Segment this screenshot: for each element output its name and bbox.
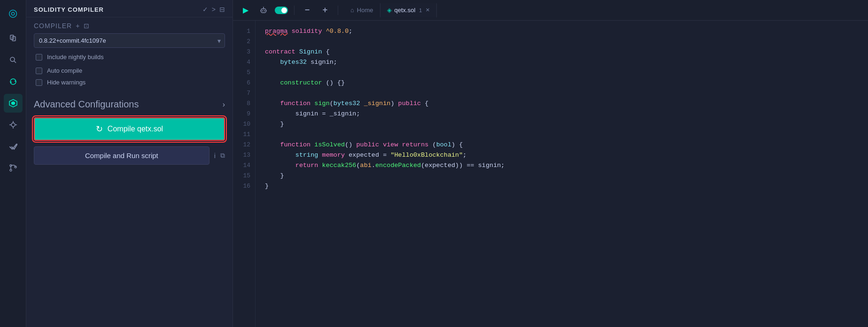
code-line-15: }	[265, 171, 859, 181]
code-line-14: return keccak256(abi.encodePacked(expect…	[265, 160, 859, 171]
svg-rect-15	[261, 9, 266, 13]
toolbar-separator-2	[338, 6, 338, 15]
layout-icon[interactable]: ⊟	[219, 6, 225, 13]
compile-run-row: Compile and Run script i ⧉	[26, 146, 232, 165]
code-editor[interactable]: pragma solidity ^0.8.0; contract Signin …	[256, 21, 868, 327]
add-compiler-icon[interactable]: +	[76, 22, 80, 30]
check-icon[interactable]: ✓	[202, 6, 208, 13]
load-compiler-icon[interactable]: ⊡	[84, 22, 90, 30]
code-line-9: signin = _signin;	[265, 109, 859, 119]
hide-warnings-checkbox[interactable]	[36, 79, 42, 86]
git-branch-icon[interactable]	[4, 159, 23, 177]
code-line-10: }	[265, 119, 859, 129]
search-icon[interactable]	[4, 51, 23, 69]
activity-bar: ◎	[0, 0, 26, 327]
compile-btn-wrapper: ↻ Compile qetx.sol	[26, 117, 232, 146]
code-line-1: pragma solidity ^0.8.0;	[265, 26, 859, 37]
sidebar-header-icons: ✓ > ⊟	[202, 6, 225, 13]
toolbar: ▶ − + ⌂ Home	[233, 0, 868, 21]
version-chevron-icon: ▾	[214, 37, 225, 45]
arrow-right-icon[interactable]: >	[212, 6, 216, 13]
hide-warnings-label: Hide warnings	[47, 79, 85, 86]
compile-button[interactable]: ↻ Compile qetx.sol	[34, 117, 225, 141]
code-line-16: }	[265, 181, 859, 191]
compile-run-label: Compile and Run script	[85, 152, 158, 160]
debug-icon[interactable]	[4, 115, 23, 134]
toggle-button[interactable]	[274, 3, 288, 17]
compile-refresh-icon: ↻	[96, 124, 103, 134]
svg-point-23	[281, 8, 287, 13]
svg-point-12	[10, 169, 12, 171]
code-line-3: contract Signin {	[265, 47, 859, 57]
file-tab[interactable]: ◈ qetx.sol 1 ✕	[380, 3, 437, 17]
solidity-icon[interactable]	[4, 94, 23, 113]
code-line-8: function sign(bytes32 _signin) public {	[265, 99, 859, 109]
sync-icon[interactable]	[4, 72, 23, 91]
file-tab-close-icon[interactable]: ✕	[426, 7, 430, 13]
editor-area: 1 2 3 4 5 6 7 8 9 10 11 12 13 14 15 16 p…	[233, 21, 868, 327]
sidebar: SOLIDITY COMPILER ✓ > ⊟ COMPILER + ⊡ 0.8…	[26, 0, 233, 327]
logo-icon[interactable]: ◎	[4, 4, 23, 23]
copy-icon[interactable]: ⧉	[220, 152, 225, 160]
code-line-4: bytes32 signin;	[265, 57, 859, 68]
file-tab-modified: 1	[419, 8, 422, 13]
code-line-12: function isSolved() public view returns …	[265, 140, 859, 150]
robot-button[interactable]	[256, 3, 271, 17]
code-line-11	[265, 129, 859, 140]
files-icon[interactable]	[4, 29, 23, 48]
main-area: ▶ − + ⌂ Home	[233, 0, 868, 327]
advanced-config-section[interactable]: Advanced Configurations ›	[26, 91, 232, 117]
svg-point-2	[10, 57, 15, 61]
home-tab[interactable]: ⌂ Home	[344, 3, 380, 17]
nightly-builds-label: Include nightly builds	[47, 53, 104, 61]
svg-point-6	[11, 123, 15, 127]
zoom-in-button[interactable]: +	[318, 3, 332, 17]
file-tab-label: qetx.sol	[395, 7, 416, 14]
version-select-wrapper[interactable]: 0.8.22+commit.4fc1097e 0.8.21+commit.d99…	[34, 33, 225, 48]
auto-compile-label: Auto compile	[47, 67, 82, 74]
code-line-2	[265, 37, 859, 47]
sidebar-title: SOLIDITY COMPILER	[34, 6, 104, 13]
code-line-6: constructor () {}	[265, 78, 859, 88]
sidebar-header: SOLIDITY COMPILER ✓ > ⊟	[26, 0, 232, 17]
code-line-13: string memory expected = "Hello0xBlockch…	[265, 150, 859, 160]
compile-button-label: Compile qetx.sol	[108, 125, 163, 133]
nightly-builds-checkbox[interactable]	[36, 54, 42, 61]
auto-compile-row: Auto compile	[34, 67, 225, 74]
advanced-config-chevron-icon: ›	[223, 100, 225, 109]
code-line-7	[265, 88, 859, 99]
file-tab-icon: ◈	[387, 7, 392, 14]
auto-compile-checkbox[interactable]	[36, 68, 42, 74]
svg-rect-16	[262, 10, 263, 11]
code-line-5	[265, 68, 859, 78]
compiler-section: COMPILER + ⊡ 0.8.22+commit.4fc1097e 0.8.…	[26, 17, 232, 91]
verify-icon[interactable]	[4, 137, 23, 156]
compile-run-button[interactable]: Compile and Run script	[34, 146, 209, 165]
toolbar-separator	[294, 6, 294, 15]
tab-bar: ⌂ Home ◈ qetx.sol 1 ✕	[344, 3, 437, 17]
version-select[interactable]: 0.8.22+commit.4fc1097e 0.8.21+commit.d99…	[34, 34, 214, 47]
nightly-row: Include nightly builds	[34, 53, 225, 61]
home-tab-label: Home	[357, 7, 373, 14]
advanced-config-label: Advanced Configurations	[34, 99, 139, 110]
hide-warnings-row: Hide warnings	[34, 79, 225, 86]
svg-rect-17	[264, 10, 265, 11]
zoom-out-button[interactable]: −	[300, 3, 314, 17]
svg-marker-5	[11, 101, 15, 105]
svg-point-19	[263, 7, 264, 8]
compiler-label: COMPILER + ⊡	[34, 22, 225, 30]
play-button[interactable]: ▶	[239, 3, 253, 17]
home-icon: ⌂	[350, 7, 354, 14]
svg-line-3	[14, 61, 16, 63]
info-icon[interactable]: i	[214, 152, 216, 160]
line-numbers: 1 2 3 4 5 6 7 8 9 10 11 12 13 14 15 16	[233, 21, 256, 327]
